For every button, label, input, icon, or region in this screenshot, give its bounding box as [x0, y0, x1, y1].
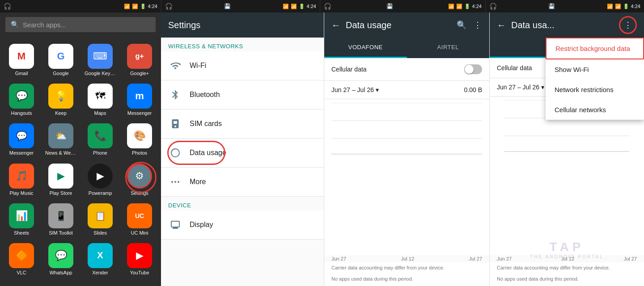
keep-label: Keep [55, 110, 67, 116]
settings-item-display[interactable]: Display [161, 210, 324, 240]
settings-item-simcards[interactable]: SIM cards [161, 109, 324, 139]
app-item-playmusic[interactable]: 🎵 Play Music [2, 160, 41, 200]
simtoolkit-icon: 📱 [48, 203, 73, 228]
display-icon [168, 218, 182, 232]
app-item-ucmini[interactable]: UC UC Mini [120, 200, 159, 240]
sheets-icon: 📊 [9, 203, 34, 228]
app-item-google[interactable]: G Google [41, 40, 80, 80]
app-item-hangouts[interactable]: 💬 Hangouts [2, 80, 41, 120]
gplus-label: Google+ [130, 71, 149, 76]
date-range-label: Jun 27 – Jul 26 [331, 86, 374, 93]
gmail-icon: M [9, 44, 34, 69]
chart-label-mid: Jul 12 [401, 256, 414, 261]
tab-vodafone-1[interactable]: VODAFONE [324, 38, 407, 58]
ucmini-label: UC Mini [131, 230, 148, 236]
data-usage-title-2: Data usa... [511, 20, 555, 30]
date-range[interactable]: Jun 27 – Jul 26 ▾ [331, 86, 379, 93]
data-usage-title: Data usage [346, 20, 391, 30]
signal-icon: 📶 [124, 4, 130, 9]
settings-item-datausage[interactable]: Data usage [161, 139, 324, 168]
photos-icon: 🎨 [127, 123, 152, 148]
chart-area [324, 99, 489, 255]
dropdown-item-showwifi[interactable]: Show Wi-Fi [546, 59, 644, 80]
data-usage-header: ← Data usage 🔍 ⋮ [324, 13, 489, 38]
app-item-whatsapp[interactable]: 💬 WhatsApp [41, 240, 80, 279]
gkeyboard-label: Google Keyboa... [85, 71, 116, 76]
app-item-phone[interactable]: 📞 Phone [80, 120, 120, 160]
app-item-poweramp[interactable]: ▶ Poweramp [80, 160, 120, 200]
settings-panel: Settings Wireless & networks Wi-Fi Bluet… [161, 13, 324, 286]
settings-item-more[interactable]: More [161, 168, 324, 197]
phone-icon: 📞 [88, 123, 113, 148]
headphone-icon-mid: 🎧 [165, 3, 173, 10]
data-header-icons-2: ⋮ [619, 16, 637, 34]
app-item-settings[interactable]: ⚙ Settings [120, 160, 159, 200]
app-item-youtube[interactable]: ▶ YouTube [120, 240, 159, 279]
whatsapp-label: WhatsApp [50, 270, 72, 276]
hangouts-icon: 💬 [9, 84, 34, 109]
messenger2-label: Messenger [9, 150, 34, 156]
datausage-label: Data usage [190, 149, 226, 157]
app-item-maps[interactable]: 🗺 Maps [80, 80, 120, 120]
data-usage-panel2: ← Data usa... ⋮ VODAFONE Cellular data J… [490, 13, 644, 286]
status-icons-r2: 📶 📶 🔋 4:24 [607, 4, 640, 9]
app-item-news[interactable]: ⛅ News & Weath... [41, 120, 80, 160]
settings-item-bluetooth[interactable]: Bluetooth [161, 80, 324, 109]
back-arrow-icon[interactable]: ← [331, 20, 340, 30]
whatsapp-icon: 💬 [48, 243, 73, 268]
svg-point-2 [174, 181, 176, 183]
date-range-2[interactable]: Jun 27 – Jul 26 ▾ [497, 84, 544, 91]
dropdown-item-networkrestrictions[interactable]: Network restrictions [546, 80, 644, 100]
wifi-icon [168, 59, 182, 73]
device-section-label: Device [161, 197, 324, 210]
app-item-slides[interactable]: 📋 Slides [80, 200, 120, 240]
battery-mid: 🔋 [299, 4, 305, 9]
app-item-photos[interactable]: 🎨 Photos [120, 120, 159, 160]
app-item-gmail[interactable]: M Gmail [2, 40, 41, 80]
chart-note-2-2: No apps used data during this period. [490, 275, 644, 286]
search-placeholder: Search apps... [23, 21, 66, 29]
gplus-icon: g+ [127, 44, 152, 69]
settings-icon: ⚙ [127, 164, 152, 189]
app-item-gplus[interactable]: g+ Google+ [120, 40, 159, 80]
app-item-simtoolkit[interactable]: 📱 SIM Toolkit [41, 200, 80, 240]
playstore-label: Play Store [50, 190, 72, 196]
more-vert-circle-icon[interactable]: ⋮ [619, 16, 637, 34]
app-item-messenger[interactable]: m Messenger [120, 80, 159, 120]
app-item-messenger2[interactable]: 💬 Messenger [2, 120, 41, 160]
search-icon-header[interactable]: 🔍 [457, 20, 466, 30]
time-r1: 4:24 [472, 4, 482, 9]
back-arrow-icon-2[interactable]: ← [497, 20, 506, 30]
app-item-keep[interactable]: 💡 Keep [41, 80, 80, 120]
wireless-section-label: Wireless & networks [161, 38, 324, 51]
simcards-label: SIM cards [190, 120, 222, 128]
google-icon: G [48, 44, 73, 69]
more-vert-icon[interactable]: ⋮ [474, 20, 482, 30]
ucmini-icon: UC [127, 203, 152, 228]
signal-r2: 📶 [607, 4, 613, 9]
status-bar-right1: 🎧 💾 📶 📶 🔋 4:24 [320, 0, 486, 13]
dropdown-item-restrict[interactable]: Restrict background data [546, 38, 644, 59]
keep-icon: 💡 [48, 84, 73, 109]
status-icons-left: 📶 📶 🔋 4:24 [124, 4, 157, 9]
app-item-playstore[interactable]: ▶ Play Store [41, 160, 80, 200]
headphone-icon-r1: 🎧 [324, 3, 331, 10]
chart-note-1: Carrier data accounting may differ from … [324, 262, 489, 275]
app-item-sheets[interactable]: 📊 Sheets [2, 200, 41, 240]
bluetooth-icon [168, 88, 182, 102]
app-item-vlc[interactable]: 🔶 VLC [2, 240, 41, 279]
dropdown-item-cellularnetworks[interactable]: Cellular networks [546, 100, 644, 120]
tab-airtel[interactable]: AIRTEL [407, 38, 490, 58]
settings-item-wifi[interactable]: Wi-Fi [161, 51, 324, 80]
phone-label: Phone [93, 150, 107, 156]
chart-labels-2: Jun 27 Jul 12 Jul 27 [490, 255, 644, 262]
app-item-xender[interactable]: X Xender [80, 240, 120, 279]
chart-note-1-2: Carrier data accounting may differ from … [490, 262, 644, 275]
vlc-icon: 🔶 [9, 243, 34, 268]
youtube-label: YouTube [130, 270, 149, 276]
date-range-label-2: Jun 27 – Jul 26 [497, 84, 539, 91]
search-bar[interactable]: 🔍 Search apps... [5, 17, 156, 32]
app-item-gkeyboard[interactable]: ⌨ Google Keyboa... [80, 40, 120, 80]
status-icons-r1: 📶 📶 🔋 4:24 [448, 4, 482, 9]
cellular-data-toggle[interactable] [464, 64, 482, 74]
